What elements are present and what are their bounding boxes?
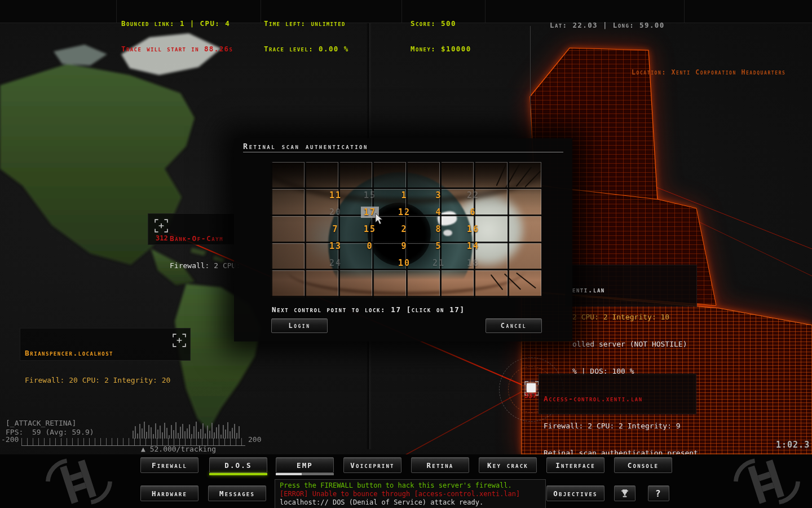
- toolbar-button-emp[interactable]: EMP: [276, 457, 334, 473]
- retina-cell-9[interactable]: 9: [401, 241, 407, 251]
- access-server-stats: Firewall: 2 CPU: 2 Integrity: 9: [544, 422, 691, 431]
- toolbar-button-firewall[interactable]: Firewall: [140, 457, 198, 473]
- xenti-lan-status: olled server (NOT HOSTILE): [572, 340, 692, 349]
- retina-cell-12[interactable]: 12: [398, 207, 411, 217]
- trace-level: Trace level: 0.00 %: [264, 45, 349, 53]
- retinal-scan-dialog: Retinal scan authentication 111513222017…: [234, 138, 572, 341]
- toolbar-button-hardware[interactable]: Hardware: [140, 485, 198, 501]
- money: Money: $10000: [411, 45, 471, 53]
- trophy-icon: [620, 489, 629, 498]
- ruler-max-label: 200: [248, 435, 261, 444]
- toolbar-button-voiceprint[interactable]: Voiceprint: [343, 457, 401, 473]
- retina-cell-24[interactable]: 24: [329, 258, 342, 268]
- cancel-button[interactable]: Cancel: [486, 318, 542, 333]
- toolbar-button-key-crack[interactable]: Key crack: [479, 457, 537, 473]
- crosshair-target-icon[interactable]: [173, 334, 186, 347]
- retina-cell-11[interactable]: 11: [329, 190, 342, 200]
- retina-cell-2[interactable]: 2: [401, 224, 407, 234]
- retina-cell-13[interactable]: 13: [329, 241, 342, 251]
- trace-warning: Trace will start in 88.26s: [121, 45, 233, 53]
- retina-cell-22[interactable]: 22: [467, 190, 479, 200]
- hacker-evolution-logo-icon: [34, 456, 124, 507]
- retina-cell-7[interactable]: 7: [332, 224, 338, 234]
- toolbar-button-interface[interactable]: Interface: [546, 457, 604, 473]
- audio-spectrum: [133, 420, 245, 439]
- game-screen: Location: Xenti Corporation Headquarters…: [0, 0, 812, 508]
- achievements-button[interactable]: [614, 485, 636, 501]
- retina-cell-18[interactable]: 18: [467, 258, 479, 268]
- retina-cell-6[interactable]: 6: [470, 207, 476, 217]
- attack-mode-label: [_ATTACK_RETINA]: [6, 419, 76, 427]
- toolbar-button-objectives[interactable]: Objectives: [546, 485, 604, 501]
- bank-server-id: 312: [156, 234, 168, 242]
- toolbar-progress-gray: [276, 473, 334, 475]
- dialog-title-rule: [243, 152, 563, 152]
- dialog-title: Retinal scan authentication: [243, 142, 368, 151]
- lat-long: Lat: 22.03 | Long: 59.00: [550, 21, 665, 29]
- hacker-evolution-logo-icon: [722, 456, 812, 507]
- toolbar-button-messages[interactable]: Messages: [208, 485, 266, 501]
- console-line: Press the FIREWALL button to hack this s…: [280, 481, 541, 490]
- brianspencer-stats: Firewall: 20 CPU: 2 Integrity: 20: [25, 376, 186, 385]
- toolbar-button-console[interactable]: Console: [614, 457, 672, 473]
- retina-cell-8[interactable]: 8: [435, 224, 442, 234]
- retina-eye-image: 11151322201712467152816130951424102118: [271, 162, 541, 297]
- time-left: Time left: unlimited: [264, 19, 349, 28]
- brianspencer-name: Brianspencer.localhost: [25, 349, 186, 358]
- console-line: localhost:// DOS (Denial of Service) att…: [280, 498, 541, 507]
- retina-cell-4[interactable]: 4: [435, 207, 442, 217]
- console-line: [ERROR] Unable to bounce through [access…: [280, 490, 541, 498]
- question-mark-icon: ?: [655, 488, 662, 499]
- xenti-lan-stats: 2 CPU: 2 Integrity: 10: [572, 313, 692, 322]
- access-server-name: Access-control.xenti.lan: [544, 395, 691, 404]
- retina-cell-0[interactable]: 0: [367, 241, 373, 251]
- action-toolbar: FirewallD.O.SEMPVoiceprintRetinaKey crac…: [0, 454, 812, 508]
- retina-grid-numbers: 11151322201712467152816130951424102118: [271, 162, 541, 297]
- toolbar-progress-green: [209, 473, 267, 475]
- retina-cell-21[interactable]: 21: [433, 258, 445, 268]
- map-gridline: [530, 26, 531, 147]
- toolbar-button-retina[interactable]: Retina: [411, 457, 469, 473]
- retina-cell-15[interactable]: 15: [364, 190, 376, 200]
- toolbar-button-d-o-s[interactable]: D.O.S: [209, 457, 267, 473]
- hud-bar: Bounced link: 1 | CPU: 4 Trace will star…: [0, 0, 812, 23]
- ruler-min-label: -200: [1, 435, 19, 444]
- retina-cell-1[interactable]: 1: [401, 190, 407, 200]
- mission-timer: 1:02.3: [776, 440, 810, 450]
- crosshair-target-icon[interactable]: [155, 219, 168, 233]
- tracking-readout: ▲ 52.000/tracking: [141, 445, 216, 453]
- retina-cell-14[interactable]: 14: [467, 241, 479, 251]
- xenti-lan-name: enti.lan: [572, 286, 692, 295]
- retina-cell-3[interactable]: 3: [435, 190, 442, 200]
- console-log: Press the FIREWALL button to hack this s…: [275, 479, 546, 508]
- login-button[interactable]: Login: [271, 318, 328, 333]
- retina-cell-16[interactable]: 16: [467, 224, 479, 234]
- access-server-id: 337: [524, 392, 537, 400]
- help-button[interactable]: ?: [648, 485, 669, 501]
- score: Score: 500: [411, 19, 471, 28]
- retina-cell-15[interactable]: 15: [364, 224, 376, 234]
- xenti-lan-tooltip: enti.lan 2 CPU: 2 Integrity: 10 olled se…: [565, 265, 697, 306]
- brianspencer-tooltip: Brianspencer.localhost Firewall: 20 CPU:…: [20, 328, 191, 361]
- access-control-tooltip: Access-control.xenti.lan Firewall: 2 CPU…: [539, 374, 696, 414]
- location-label: Location: Xenti Corporation Headquarters: [632, 68, 786, 76]
- fps-counter: FPS: 59 (Avg: 59.9): [6, 428, 94, 436]
- retina-cell-5[interactable]: 5: [435, 241, 442, 251]
- bounced-link-cpu: Bounced link: 1 | CPU: 4: [121, 19, 233, 28]
- retina-cell-20[interactable]: 20: [329, 207, 342, 217]
- next-control-point-hint: Next control point to lock: 17 [click on…: [272, 305, 465, 314]
- mouse-cursor-arrow: [375, 213, 383, 225]
- retina-cell-10[interactable]: 10: [398, 258, 411, 268]
